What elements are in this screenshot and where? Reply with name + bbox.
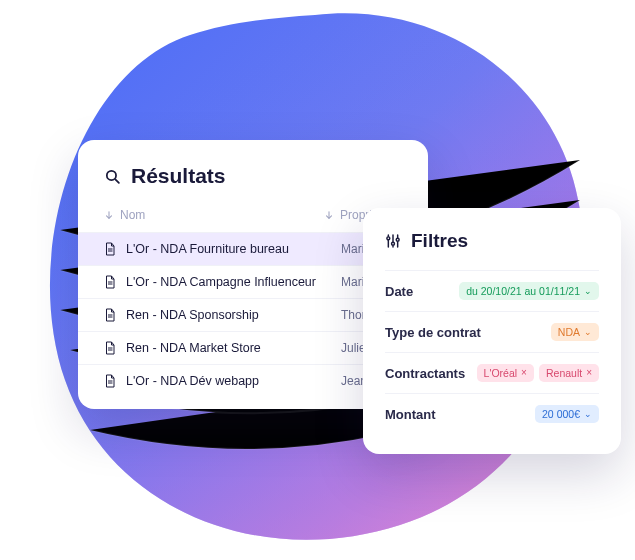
filter-row-contractors: Contractants L'Oréal × Renault × (385, 352, 599, 393)
close-icon[interactable]: × (586, 368, 592, 378)
chevron-down-icon: ⌄ (584, 410, 592, 419)
filter-chip-contractor-2[interactable]: Renault × (539, 364, 599, 382)
filter-chip-date[interactable]: du 20/10/21 au 01/11/21 ⌄ (459, 282, 599, 300)
filter-label-contract-type: Type de contrat (385, 325, 481, 340)
sliders-icon (385, 233, 401, 249)
document-icon (104, 242, 116, 256)
chevron-down-icon: ⌄ (584, 328, 592, 337)
filter-chip-contractor-1-text: L'Oréal (484, 367, 518, 379)
results-header: Résultats (78, 164, 428, 202)
document-icon (104, 275, 116, 289)
filter-row-amount: Montant 20 000€ ⌄ (385, 393, 599, 434)
filters-card: Filtres Date du 20/10/21 au 01/11/21 ⌄ T… (363, 208, 621, 454)
search-icon (104, 168, 121, 185)
row-name: Ren - NDA Market Store (126, 341, 331, 355)
filter-label-amount: Montant (385, 407, 436, 422)
row-name: Ren - NDA Sponsorship (126, 308, 331, 322)
sort-down-icon (104, 210, 114, 220)
filter-chip-date-text: du 20/10/21 au 01/11/21 (466, 285, 580, 297)
document-icon (104, 308, 116, 322)
filter-chip-contractor-1[interactable]: L'Oréal × (477, 364, 534, 382)
row-name: L'Or - NDA Fourniture bureau (126, 242, 331, 256)
results-title: Résultats (131, 164, 226, 188)
svg-point-0 (107, 170, 116, 179)
svg-point-19 (396, 238, 399, 241)
close-icon[interactable]: × (521, 368, 527, 378)
column-name-label: Nom (120, 208, 145, 222)
row-name: L'Or - NDA Campagne Influenceur (126, 275, 331, 289)
sort-down-icon (324, 210, 334, 220)
column-name-header[interactable]: Nom (104, 208, 316, 222)
document-icon (104, 341, 116, 355)
filters-title: Filtres (411, 230, 468, 252)
filter-chip-contract-type[interactable]: NDA ⌄ (551, 323, 599, 341)
filter-label-date: Date (385, 284, 413, 299)
filter-row-contract-type: Type de contrat NDA ⌄ (385, 311, 599, 352)
svg-point-18 (392, 242, 395, 245)
filter-label-contractors: Contractants (385, 366, 465, 381)
svg-point-17 (387, 237, 390, 240)
row-name: L'Or - NDA Dév webapp (126, 374, 331, 388)
row-owner: Julie (341, 341, 366, 355)
svg-line-1 (115, 179, 119, 183)
filter-chip-contractor-2-text: Renault (546, 367, 582, 379)
filters-header: Filtres (385, 230, 599, 252)
filter-row-date: Date du 20/10/21 au 01/11/21 ⌄ (385, 270, 599, 311)
document-icon (104, 374, 116, 388)
chevron-down-icon: ⌄ (584, 287, 592, 296)
filter-chip-contract-type-text: NDA (558, 326, 580, 338)
filter-chip-amount-text: 20 000€ (542, 408, 580, 420)
filter-chip-amount[interactable]: 20 000€ ⌄ (535, 405, 599, 423)
